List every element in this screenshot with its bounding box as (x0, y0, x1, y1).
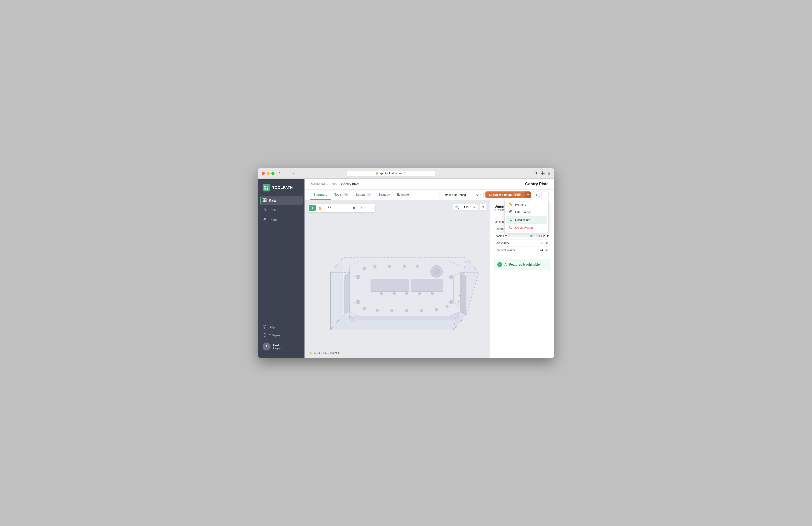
breadcrumb-dashboard[interactable]: Dashboard (310, 182, 325, 186)
zoom-fit-button[interactable]: ⊡ (479, 203, 486, 211)
collapse-label: Collapse (269, 334, 280, 337)
more-tool[interactable]: ⋮ (341, 205, 348, 211)
sidebar-item-team[interactable]: Team (260, 215, 303, 225)
sidebar-item-tools[interactable]: Tools (260, 205, 303, 215)
breadcrumb-parts[interactable]: Parts (330, 182, 337, 186)
minimize-button[interactable] (266, 172, 270, 175)
tab-tools[interactable]: Tools 11 (331, 190, 352, 200)
breadcrumb-sep-1: › (327, 182, 328, 186)
export-main-button[interactable]: Export to Fusion Beta (485, 191, 525, 198)
collapse-item[interactable]: Collapse (261, 331, 302, 339)
zoom-stepper: ▲ ▼ (469, 205, 473, 210)
menu-edit-threads[interactable]: Edit Threads (506, 208, 547, 216)
svg-rect-22 (371, 279, 409, 292)
export-label: Export to Fusion (489, 193, 512, 197)
svg-point-36 (435, 308, 438, 311)
recalculate-label: Recalculate (515, 218, 530, 222)
viewer-toolbar-right: 🔍 ▲ ▼ % ⊡ (453, 203, 486, 211)
close-button[interactable] (262, 172, 265, 175)
pan-tool[interactable]: ✋ (317, 205, 323, 211)
sidebar-toggle-icon[interactable]: ⊡ (277, 171, 281, 175)
tools-icon (263, 208, 267, 213)
recalculate-icon: ↻ (509, 218, 513, 222)
svg-point-45 (418, 293, 421, 295)
zoom-down[interactable]: ▼ (469, 207, 473, 210)
download-icon: ⬇ (535, 193, 537, 197)
tab-estimate[interactable]: Estimate (393, 190, 412, 200)
nav-back-icon[interactable]: ‹ (284, 171, 289, 175)
dimensions-text: 11.11 x 16.87 x 0.75 in (314, 351, 340, 354)
user-area[interactable]: P Paul Toolpath › (261, 340, 302, 353)
url-text: app.toolpath.com (380, 172, 402, 175)
edit-threads-icon (509, 210, 513, 214)
dimension-tool[interactable] (326, 205, 333, 211)
edit-threads-label: Edit Threads (515, 211, 531, 214)
nav-forward-icon[interactable]: › (291, 171, 296, 175)
zoom-input[interactable] (460, 205, 468, 209)
svg-point-46 (431, 293, 434, 295)
3d-part-display (330, 234, 480, 345)
svg-rect-5 (265, 199, 266, 200)
export-dropdown-button[interactable]: ▾ (525, 191, 531, 198)
new-tab-icon[interactable]: ➕ (540, 171, 545, 175)
dimensions-label: 📏 11.11 x 16.87 x 0.75 in (309, 351, 340, 354)
select-tool[interactable]: ✛ (309, 205, 316, 211)
svg-point-13 (509, 211, 512, 213)
zoom-fit-icon: ⊡ (481, 205, 484, 209)
collapse-icon (263, 333, 266, 338)
svg-point-38 (356, 275, 360, 279)
svg-point-31 (363, 307, 366, 310)
section-dropdown[interactable]: ▾ (373, 207, 374, 209)
sidebar: TOOLPATH Parts (258, 179, 304, 358)
3d-viewer[interactable]: ✛ ✋ ⊞ ⋮ (304, 200, 490, 358)
reload-icon[interactable]: ↻ (404, 172, 407, 175)
download-button[interactable]: ⬇ (533, 191, 540, 198)
help-item[interactable]: ? Help (261, 323, 302, 331)
breadcrumb-current: Gantry Plate (342, 182, 360, 186)
svg-point-27 (374, 265, 376, 268)
tab-summary[interactable]: Summary (310, 190, 331, 200)
svg-point-25 (433, 268, 440, 275)
windows-icon[interactable]: ⊞ (548, 171, 550, 175)
svg-point-35 (420, 309, 423, 312)
orbit-tool[interactable] (351, 205, 357, 211)
more-options-button[interactable]: ⋮ (541, 191, 549, 198)
tab-strategy[interactable]: Strategy (375, 190, 393, 200)
maximize-button[interactable] (271, 172, 275, 175)
breadcrumb-sep-2: › (338, 182, 339, 186)
tools-badge: 11 (343, 193, 349, 196)
menu-rename[interactable]: ✏️ Rename (506, 201, 547, 208)
transform-tool[interactable]: ↕ (358, 205, 365, 211)
part-volume-value: 65.8 in³ (540, 241, 549, 245)
toolbar-divider-2 (349, 206, 349, 210)
svg-point-14 (510, 211, 511, 212)
svg-rect-4 (263, 199, 264, 200)
section-tool[interactable] (366, 205, 372, 211)
beta-badge: Beta (513, 193, 521, 196)
svg-point-26 (363, 267, 366, 270)
viewer-toolbar: ✛ ✋ ⊞ ⋮ (308, 203, 375, 212)
svg-text:?: ? (264, 326, 265, 328)
export-button-group: Export to Fusion Beta ▾ (485, 191, 531, 198)
address-bar[interactable]: 🔒 app.toolpath.com ↻ (347, 170, 435, 176)
config-select[interactable]: Default Cut Config ⚙ ▾ (439, 192, 484, 198)
menu-delete-report[interactable]: Delete Report (506, 224, 547, 231)
menu-recalculate[interactable]: ↻ Recalculate (506, 216, 547, 224)
svg-point-42 (380, 293, 383, 295)
svg-point-9 (265, 218, 266, 219)
toolbar-divider-1 (324, 206, 325, 210)
grid-tool[interactable]: ⊞ (334, 205, 340, 211)
zoom-up[interactable]: ▲ (469, 205, 473, 207)
logo-icon (263, 184, 270, 191)
svg-point-28 (388, 265, 391, 268)
config-chevron-icon: ▾ (480, 194, 481, 196)
avatar: P (263, 342, 271, 351)
user-chevron-icon: › (299, 345, 300, 348)
tab-setups[interactable]: Setups 2 (352, 190, 375, 200)
share-icon[interactable]: ⬆ (535, 171, 538, 175)
logo-text: TOOLPATH (272, 186, 293, 190)
svg-rect-7 (265, 200, 266, 202)
sidebar-item-parts[interactable]: Parts (260, 196, 303, 205)
help-icon: ? (263, 325, 266, 329)
title-bar-actions: ⬆ ➕ ⊞ (535, 171, 550, 175)
